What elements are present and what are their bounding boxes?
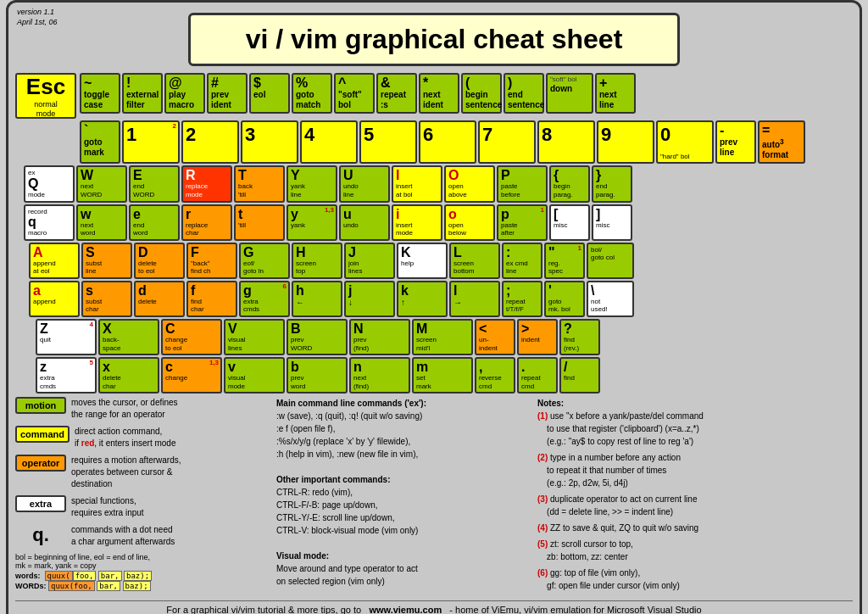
key-2: 2 bbox=[181, 120, 239, 164]
esc-label: normalmode bbox=[34, 100, 58, 119]
bol-line: bol = beginning of line, eol = end of li… bbox=[15, 553, 270, 570]
exclaim-key: ! externalfilter bbox=[122, 73, 163, 114]
key-B: B prevWORD bbox=[287, 319, 348, 355]
key-i: i insertmode bbox=[392, 204, 442, 241]
plus-key: + nextline bbox=[595, 73, 636, 114]
key-7: 7 bbox=[478, 120, 536, 164]
note-5: (5) zt: scroll cursor to top, zb: bottom… bbox=[537, 538, 853, 563]
esc-key: Esc normalmode bbox=[15, 73, 76, 119]
key-question: ? find(rev.) bbox=[559, 319, 600, 355]
key-s: s substchar bbox=[81, 281, 132, 317]
key-l: l → bbox=[449, 281, 500, 317]
key-V: V visuallines bbox=[224, 319, 285, 355]
notes-section: Notes: (1) use "x before a yank/paste/de… bbox=[537, 397, 853, 595]
words2-line: WORDs: quux(foo, bar, baz); bbox=[15, 582, 270, 590]
softbol-key: "soft" bol down bbox=[546, 73, 593, 114]
key-q: record q macro bbox=[24, 204, 75, 241]
star-key: * nextident bbox=[419, 73, 459, 114]
command-text: direct action command,if red, it enters … bbox=[75, 426, 270, 449]
percent-key: % gotomatch bbox=[292, 73, 332, 114]
key-L: L screenbottom bbox=[449, 243, 500, 279]
key-E: E endWORD bbox=[129, 165, 180, 202]
key-A: A appendat eol bbox=[29, 243, 80, 279]
key-H: H screentop bbox=[292, 243, 342, 279]
key-backslash: \ notused! bbox=[587, 281, 634, 317]
key-6: 6 bbox=[419, 120, 476, 164]
legend-operator: operator requires a motion afterwards,op… bbox=[15, 455, 270, 490]
key-8: 8 bbox=[537, 120, 595, 164]
key-lbracket: [ misc bbox=[549, 204, 590, 241]
key-squote: ' gotomk. bol bbox=[544, 281, 585, 317]
key-gt: > indent bbox=[517, 319, 558, 355]
hash-key: # prevident bbox=[207, 73, 248, 114]
key-comma: , reversecmd bbox=[475, 357, 515, 394]
motion-badge: motion bbox=[15, 397, 66, 414]
key-y: 1,3 y yank bbox=[287, 204, 337, 241]
key-W: W nextWORD bbox=[76, 165, 127, 202]
key-O: O openabove bbox=[444, 165, 495, 202]
command-badge: command bbox=[15, 426, 70, 443]
key-3: 3 bbox=[241, 120, 298, 164]
dot-text: commands with a dot needa char argument … bbox=[71, 524, 270, 548]
lparen-key: ( beginsentence bbox=[461, 73, 502, 114]
key-w: w nextword bbox=[76, 204, 127, 241]
amp-key: & repeat:s bbox=[376, 73, 417, 114]
cheatsheet: version 1.1April 1st, 06 vi / vim graphi… bbox=[6, 0, 862, 614]
key-J: J joinlines bbox=[344, 243, 395, 279]
operator-text: requires a motion afterwards,operates be… bbox=[71, 455, 270, 490]
key-a: a append bbox=[29, 281, 80, 317]
key-c: 1,3 c change bbox=[161, 357, 222, 394]
key-G: G eof/goto ln bbox=[239, 243, 290, 279]
key-e: e endword bbox=[129, 204, 180, 241]
legend-dot: q. commands with a dot needa char argume… bbox=[15, 524, 270, 548]
legend-extra: extra special functions,requires extra i… bbox=[15, 495, 270, 519]
key-o: o openbelow bbox=[444, 204, 495, 241]
key-p: 1 p pasteafter bbox=[497, 204, 548, 241]
key-semicolon: ; repeatt/T/f/F bbox=[502, 281, 542, 317]
key-h: h ← bbox=[292, 281, 342, 317]
footer-url: www.viemu.com bbox=[369, 605, 442, 614]
key-rbrace: } endparag. bbox=[592, 165, 632, 202]
key-b: b prevword bbox=[287, 357, 348, 394]
key-r: r replacechar bbox=[181, 204, 232, 241]
rparen-key: ) endsentence bbox=[504, 73, 544, 114]
key-u: u undo bbox=[339, 204, 390, 241]
key-j: j ↓ bbox=[344, 281, 395, 317]
key-k: k ↑ bbox=[397, 281, 448, 317]
legend-section: motion moves the cursor, or definesthe r… bbox=[15, 397, 270, 595]
key-slash: / find bbox=[559, 357, 600, 394]
key-D: D deleteto eol bbox=[134, 243, 185, 279]
key-n: n next(find) bbox=[349, 357, 410, 394]
key-K: K help bbox=[397, 243, 448, 279]
key-X: X back-space bbox=[98, 319, 159, 355]
key-S: S substline bbox=[81, 243, 132, 279]
main-commands: Main command line commands ('ex'): :w (s… bbox=[276, 397, 531, 595]
key-Q: ex Q mode bbox=[24, 165, 75, 202]
key-colon: : ex cmdline bbox=[502, 243, 542, 279]
key-0: 0 "hard" bol bbox=[656, 120, 714, 164]
extra-badge: extra bbox=[15, 495, 66, 512]
key-lt: < un-indent bbox=[475, 319, 515, 355]
legend-motion: motion moves the cursor, or definesthe r… bbox=[15, 397, 270, 421]
key-Z: 4 Z quit bbox=[36, 319, 97, 355]
footer: For a graphical vi/vim tutorial & more t… bbox=[15, 600, 853, 614]
note-2: (2) type in a number before any action t… bbox=[537, 451, 853, 489]
key-Y: Y yankline bbox=[287, 165, 337, 202]
key-N: N prev(find) bbox=[349, 319, 410, 355]
equals-key: = auto3format bbox=[758, 120, 805, 164]
key-v: v visualmode bbox=[224, 357, 285, 394]
note-3: (3) duplicate operator to act on current… bbox=[537, 493, 853, 518]
key-U: U undoline bbox=[339, 165, 390, 202]
dollar-key: $ eol bbox=[249, 73, 290, 114]
key-g: 6 g extracmds bbox=[239, 281, 290, 317]
key-lbrace: { beginparag. bbox=[549, 165, 590, 202]
key-M: M screenmid'l bbox=[412, 319, 473, 355]
key-t: t 'till bbox=[234, 204, 285, 241]
key-5: 5 bbox=[359, 120, 417, 164]
key-dquote: 1 " reg.spec bbox=[544, 243, 585, 279]
key-9: 9 bbox=[597, 120, 654, 164]
key-C: C changeto eol bbox=[161, 319, 222, 355]
main-title: vi / vim graphical cheat sheet bbox=[208, 24, 660, 55]
legend-command: command direct action command,if red, it… bbox=[15, 426, 270, 449]
minus-key: - prevline bbox=[715, 120, 756, 164]
